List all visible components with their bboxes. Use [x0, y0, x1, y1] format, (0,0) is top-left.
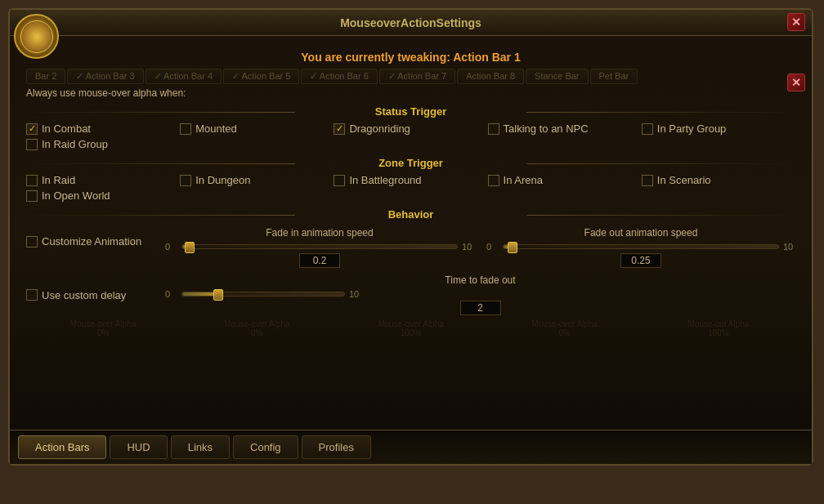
alpha-pct-3: 100% [334, 328, 487, 337]
tab-bar6[interactable]: ✓ Action Bar 6 [301, 69, 377, 84]
behavior-header: Behavior [26, 208, 795, 221]
zone-trigger-header: Zone Trigger [26, 157, 795, 169]
tab-bar5[interactable]: ✓ Action Bar 5 [223, 69, 299, 84]
bottom-tab-action-bars[interactable]: Action Bars [18, 435, 106, 459]
fade-in-track[interactable] [181, 244, 458, 249]
talking-npc-label: Talking to an NPC [504, 123, 589, 135]
zone-dungeon: In Dungeon [180, 174, 334, 186]
alpha-pct-4: 0% [488, 328, 642, 337]
tab-bar3[interactable]: ✓ Action Bar 3 [67, 69, 143, 84]
zone-raid-label: In Raid [42, 174, 75, 186]
tab-bar8[interactable]: Action Bar 8 [457, 69, 524, 84]
mounted-checkbox[interactable] [180, 123, 191, 135]
time-fade-slider-group: Time to fade out 0 10 2 [165, 274, 795, 315]
zone-open-world-checkbox[interactable] [26, 190, 38, 202]
fade-out-track-container: 0 10 [486, 242, 795, 252]
zone-open-world-label: In Open World [42, 190, 110, 202]
tab-stance[interactable]: Stance Bar [526, 69, 588, 84]
alpha-label-1: Mouse-over Alpha [26, 319, 180, 328]
custom-delay-label-group: Use custom delay [26, 289, 149, 301]
bottom-tab-config[interactable]: Config [233, 435, 298, 459]
alpha-pct-5: 100% [642, 328, 795, 337]
title-close-button[interactable]: ✕ [787, 13, 805, 31]
customize-animation-checkbox[interactable] [26, 236, 38, 248]
customize-animation-label: Customize Animation [42, 235, 141, 248]
content-area: You are currently tweaking: Action Bar 1… [10, 36, 812, 346]
zone-trigger-row2: In Open World [26, 190, 795, 202]
zone-open-world: In Open World [26, 190, 795, 202]
fade-out-slider-group: Fade out animation speed 0 10 0.25 [486, 227, 795, 268]
party-group-checkbox[interactable] [642, 123, 653, 135]
fade-out-max: 10 [783, 242, 795, 252]
fade-in-thumb[interactable] [185, 242, 195, 253]
tab-bar4[interactable]: ✓ Action Bar 4 [146, 69, 222, 84]
status-in-combat: ✓ In Combat [26, 123, 180, 135]
status-raid-group: In Raid Group [26, 138, 795, 150]
logo-inner [20, 20, 53, 53]
zone-scenario: In Scenario [642, 174, 795, 186]
window-title: MouseoverActionSettings [340, 16, 481, 29]
bottom-tab-profiles[interactable]: Profiles [302, 435, 371, 459]
zone-arena-checkbox[interactable] [488, 175, 499, 186]
fade-in-min: 0 [165, 242, 177, 252]
alpha-pct-1: 0% [26, 328, 180, 337]
raid-group-checkbox[interactable] [26, 139, 38, 150]
in-combat-label: In Combat [42, 123, 91, 135]
status-talking-npc: Talking to an NPC [488, 123, 642, 135]
zone-raid: In Raid [26, 174, 180, 186]
mounted-label: Mounted [195, 123, 237, 135]
zone-scenario-checkbox[interactable] [642, 175, 653, 186]
tab-bar2[interactable]: Bar 2 [26, 69, 65, 84]
time-fade-min: 0 [165, 289, 177, 299]
fade-in-max: 10 [462, 242, 474, 252]
alpha-pct-2: 0% [180, 328, 334, 337]
status-dragonriding: ✓ Dragonriding [334, 123, 487, 135]
zone-scenario-label: In Scenario [657, 174, 711, 186]
current-bar-label: You are currently tweaking: Action Bar 1 [26, 51, 795, 64]
zone-dungeon-checkbox[interactable] [180, 175, 191, 186]
main-window: MouseoverActionSettings ✕ You are curren… [8, 8, 813, 466]
bottom-tab-hud[interactable]: HUD [110, 435, 167, 459]
alpha-label-3: Mouse-over Alpha [334, 319, 487, 328]
content-close-button[interactable]: ✕ [787, 74, 805, 91]
zone-battleground-label: In Battleground [349, 174, 421, 186]
customize-animation-label-group: Customize Animation [26, 235, 149, 248]
tab-bar7[interactable]: ✓ Action Bar 7 [379, 69, 455, 84]
zone-arena-label: In Arena [504, 174, 543, 186]
always-label: Always use mouse-over alpha when: [26, 87, 186, 99]
talking-npc-checkbox[interactable] [488, 123, 499, 135]
fade-out-label: Fade out animation speed [486, 227, 795, 239]
logo [14, 14, 59, 59]
fade-in-value[interactable]: 0.2 [299, 253, 340, 268]
bottom-bar: Action Bars HUD Links Config Profiles [10, 430, 812, 464]
time-fade-track-container: 0 10 [165, 289, 795, 299]
time-fade-thumb[interactable] [213, 289, 223, 301]
alpha-label-2: Mouse-over Alpha [180, 319, 334, 328]
raid-group-label: In Raid Group [42, 138, 108, 150]
custom-delay-row: Use custom delay Time to fade out 0 10 2 [26, 274, 795, 315]
fade-in-slider-group: Fade in animation speed 0 10 0.2 [165, 227, 474, 268]
custom-delay-checkbox[interactable] [26, 289, 38, 301]
zone-dungeon-label: In Dungeon [195, 174, 250, 186]
dragonriding-checkbox[interactable]: ✓ [334, 123, 345, 135]
fade-out-track[interactable] [503, 244, 779, 249]
time-fade-track[interactable] [181, 292, 345, 297]
zone-battleground-checkbox[interactable] [334, 175, 345, 186]
dragonriding-label: Dragonriding [349, 123, 410, 135]
alpha-label-4: Mouse-over Alpha [488, 319, 642, 328]
time-fade-value[interactable]: 2 [460, 301, 501, 315]
tab-pet[interactable]: Pet Bar [590, 69, 638, 84]
fade-out-thumb[interactable] [508, 242, 517, 253]
time-fade-max: 10 [349, 289, 361, 299]
status-party-group: In Party Group [642, 123, 795, 135]
fade-out-value[interactable]: 0.25 [620, 253, 661, 268]
faded-alpha-rows: Mouse-over Alpha Mouse-over Alpha Mouse-… [26, 319, 795, 337]
alpha-row-2: 0% 0% 100% 0% 100% [26, 328, 795, 337]
zone-battleground: In Battleground [334, 174, 487, 186]
in-combat-checkbox[interactable]: ✓ [26, 123, 38, 135]
zone-raid-checkbox[interactable] [26, 175, 38, 186]
bottom-tab-links[interactable]: Links [171, 435, 230, 459]
status-trigger-row2: In Raid Group [26, 138, 795, 150]
animation-sliders: Fade in animation speed 0 10 0.2 Fade ou… [165, 227, 795, 268]
title-bar: MouseoverActionSettings ✕ [10, 10, 812, 36]
